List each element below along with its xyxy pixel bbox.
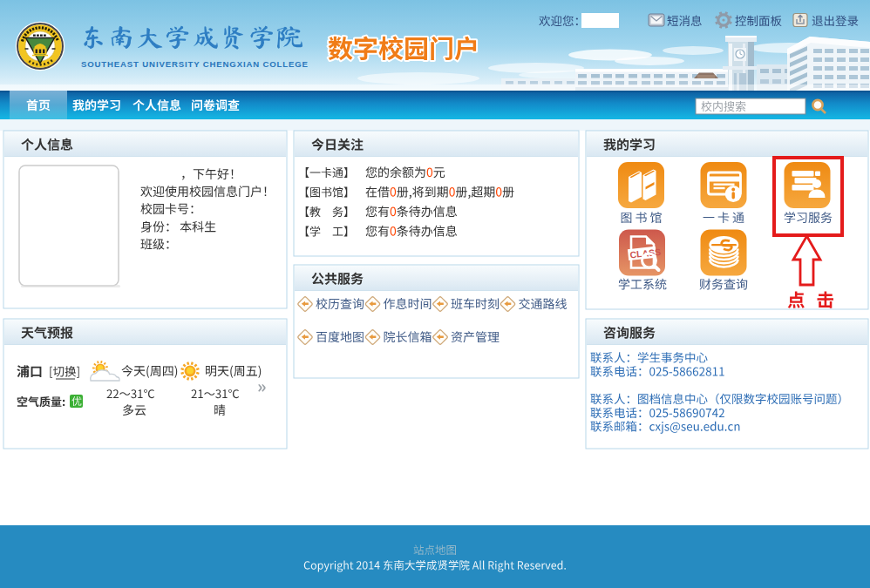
svg-text:SOUTHEAST UNIVERSITY CHENGXIAN: SOUTHEAST UNIVERSITY CHENGXIAN COLLEGE xyxy=(81,59,309,69)
